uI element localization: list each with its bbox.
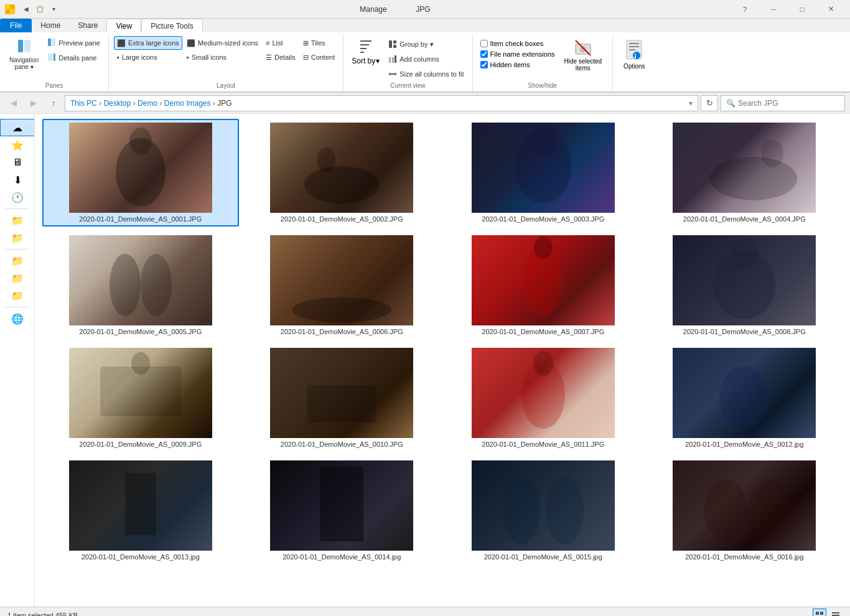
file-item-9[interactable]: 2020-01-01_DemoMovie_AS_0009.JPG <box>42 344 239 452</box>
large-icons-btn[interactable]: ▪ Large icons <box>114 50 182 64</box>
breadcrumb-demo[interactable]: Demo <box>138 99 157 108</box>
file-item-10[interactable]: 2020-01-01_DemoMovie_AS_0010.JPG <box>244 344 441 452</box>
size-all-columns-btn[interactable]: Size all columns to fit <box>385 67 467 81</box>
file-item-14[interactable]: 2020-01-01_DemoMovie_AS_0014.jpg <box>244 457 441 564</box>
view-mode-details-btn[interactable] <box>829 609 843 617</box>
svg-marker-21 <box>389 72 390 76</box>
minimize-btn[interactable]: ─ <box>759 0 788 19</box>
group-by-btn[interactable]: Group by ▾ <box>385 37 467 51</box>
item-checkboxes-label: Item check boxes <box>490 40 544 47</box>
tab-picture-tools[interactable]: Picture Tools <box>141 19 202 32</box>
extra-large-icons-btn[interactable]: ⬛ Extra large icons <box>114 36 182 50</box>
options-btn[interactable]: Options <box>618 36 650 72</box>
sidebar-item-downloads[interactable]: ⬇ <box>0 171 35 189</box>
view-mode-large-icons-btn[interactable] <box>813 609 826 617</box>
file-item-6[interactable]: 2020-01-01_DemoMovie_AS_0006.JPG <box>244 231 441 339</box>
list-btn[interactable]: ≡ List <box>263 36 299 50</box>
refresh-btn[interactable]: ↻ <box>701 95 718 111</box>
sidebar-item-favorites[interactable]: ⭐ <box>0 136 35 154</box>
sidebar-item-desktop[interactable]: 🖥 <box>0 154 35 171</box>
tab-share[interactable]: Share <box>69 19 106 32</box>
list-label: List <box>272 39 283 47</box>
details-pane-btn[interactable]: Details pane <box>44 51 103 65</box>
sidebar-item-folder1[interactable]: 📁 <box>0 212 35 229</box>
search-bar[interactable]: 🔍 <box>721 95 845 111</box>
sidebar-item-folder-a[interactable]: 📁 <box>0 252 35 269</box>
breadcrumb-desktop[interactable]: Desktop <box>103 99 131 108</box>
file-item-12[interactable]: 2020-01-01_DemoMovie_AS_0012.jpg <box>647 344 843 452</box>
medium-icons-btn[interactable]: ⬛ Medium-sized icons <box>184 36 261 50</box>
file-item-3[interactable]: 2020-01-01_DemoMovie_AS_0003.JPG <box>445 119 642 226</box>
file-item-7[interactable]: 2020-01-01_DemoMovie_AS_0007.JPG <box>445 231 642 339</box>
navigation-pane-btn[interactable]: Navigationpane ▾ <box>5 36 43 73</box>
content-btn[interactable]: ⊟ Content <box>300 50 339 64</box>
qa-dropdown-btn[interactable]: ▾ <box>47 3 60 16</box>
status-selected-info: 1 item selected 455 KB <box>7 612 78 617</box>
svg-rect-12 <box>360 48 367 49</box>
tab-home[interactable]: Home <box>32 19 69 32</box>
tab-view[interactable]: View <box>106 19 141 32</box>
sidebar-item-folder-t[interactable]: 📁 <box>0 287 35 304</box>
file-name-ext-input[interactable] <box>480 50 488 58</box>
svg-rect-13 <box>360 52 364 53</box>
qa-back-btn[interactable]: ◀ <box>20 3 32 16</box>
address-dropdown-icon[interactable]: ▾ <box>689 99 693 108</box>
item-checkboxes-checkbox[interactable]: Item check boxes <box>478 39 558 49</box>
preview-pane-btn[interactable]: Preview pane <box>44 36 103 50</box>
sort-by-btn[interactable]: Sort by ▾ <box>348 36 383 67</box>
sidebar-item-recent[interactable]: 🕐 <box>0 189 35 206</box>
folder-yellow-icon-1: 📁 <box>11 215 24 226</box>
tiles-btn[interactable]: ⊞ Tiles <box>300 36 339 50</box>
search-input[interactable] <box>738 99 839 108</box>
file-item-11[interactable]: 2020-01-01_DemoMovie_AS_0011.JPG <box>445 344 642 452</box>
file-item-4[interactable]: 2020-01-01_DemoMovie_AS_0004.JPG <box>647 119 843 226</box>
file-item-13[interactable]: 2020-01-01_DemoMovie_AS_0013.jpg <box>42 457 239 564</box>
forward-btn[interactable]: ▶ <box>25 95 42 112</box>
tab-file[interactable]: File <box>0 19 32 32</box>
sidebar-item-network[interactable]: 🌐 <box>0 310 35 327</box>
back-btn[interactable]: ◀ <box>5 95 22 112</box>
details-btn[interactable]: ☰ Details <box>263 50 299 64</box>
add-columns-btn[interactable]: Add columns <box>385 52 467 66</box>
sidebar-item-cloud[interactable]: ☁ <box>0 119 35 136</box>
file-label-7: 2020-01-01_DemoMovie_AS_0007.JPG <box>482 328 604 335</box>
hide-selected-items-btn[interactable]: Hide selecteditems <box>559 36 608 73</box>
sidebar-item-folder-e[interactable]: 📁 <box>0 269 35 287</box>
file-thumbnail-8 <box>673 235 816 325</box>
svg-rect-15 <box>393 40 396 44</box>
qa-properties-btn[interactable]: 📋 <box>34 3 46 16</box>
preview-pane-label: Preview pane <box>58 39 100 47</box>
content-area[interactable]: 2020-01-01_DemoMovie_AS_0001.JPG2020-01-… <box>35 114 850 607</box>
breadcrumb-demoimages[interactable]: Demo Images <box>164 99 211 108</box>
main-area: ☁ ⭐ 🖥 ⬇ 🕐 📁 📁 📁 📁 📁 <box>0 114 850 607</box>
small-icons-btn[interactable]: ▪ Small icons <box>184 50 261 64</box>
file-label-16: 2020-01-01_DemoMovie_AS_0016.jpg <box>685 553 803 561</box>
file-item-15[interactable]: 2020-01-01_DemoMovie_AS_0015.jpg <box>445 457 642 564</box>
svg-point-47 <box>141 254 172 316</box>
help-btn[interactable]: ? <box>731 0 759 19</box>
folder-a-icon: 📁 <box>11 255 24 267</box>
breadcrumb-thispc[interactable]: This PC <box>70 99 97 108</box>
hidden-items-input[interactable] <box>480 61 488 68</box>
sidebar-item-folder2[interactable]: 📁 <box>0 229 35 246</box>
address-bar[interactable]: This PC › Desktop › Demo › Demo Images ›… <box>65 95 698 111</box>
layout-col-1: ⬛ Extra large icons ▪ Large icons <box>114 36 182 64</box>
hidden-items-checkbox[interactable]: Hidden items <box>478 60 558 70</box>
file-thumbnail-5 <box>69 235 212 325</box>
file-item-5[interactable]: 2020-01-01_DemoMovie_AS_0005.JPG <box>42 231 239 339</box>
sidebar: ☁ ⭐ 🖥 ⬇ 🕐 📁 📁 📁 📁 📁 <box>0 114 35 607</box>
up-btn[interactable]: ↑ <box>45 95 62 112</box>
search-icon: 🔍 <box>726 99 736 108</box>
file-item-2[interactable]: 2020-01-01_DemoMovie_AS_0002.JPG <box>244 119 441 226</box>
file-name-ext-checkbox[interactable]: File name extensions <box>478 49 558 59</box>
ribbon-group-panes: Navigationpane ▾ Preview pane Details pa… <box>0 35 109 91</box>
ribbon-group-current-view: Sort by ▾ Group by ▾ Add columns <box>343 35 472 91</box>
item-checkboxes-input[interactable] <box>480 40 488 47</box>
maximize-btn[interactable]: □ <box>788 0 816 19</box>
layout-col-2: ⬛ Medium-sized icons ▪ Small icons <box>184 36 261 64</box>
close-btn[interactable]: ✕ <box>816 0 845 19</box>
large-icons-label: Large icons <box>122 54 157 61</box>
file-item-1[interactable]: 2020-01-01_DemoMovie_AS_0001.JPG <box>42 119 239 226</box>
file-item-8[interactable]: 2020-01-01_DemoMovie_AS_0008.JPG <box>647 231 843 339</box>
file-item-16[interactable]: 2020-01-01_DemoMovie_AS_0016.jpg <box>647 457 843 564</box>
